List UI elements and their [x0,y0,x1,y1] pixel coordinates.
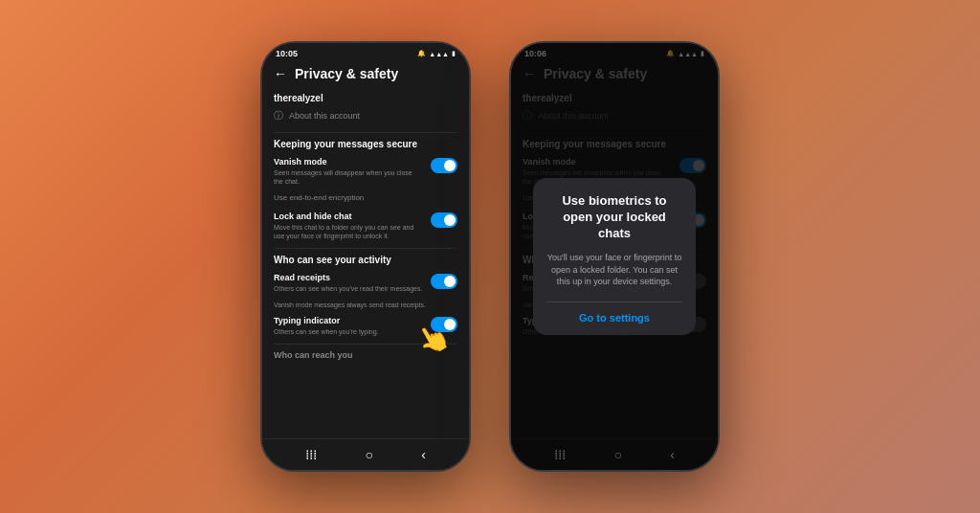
header-1: ← Privacy & safety [262,60,469,87]
phone-2: 10:06 🔔 ▲▲▲ ▮ ← Privacy & safety thereal… [509,41,720,472]
status-bar-1: 10:05 🔔 ▲▲▲ ▮ [262,43,469,60]
signal-icon: ▲▲▲ [429,51,449,57]
lock-hide-desc: Move this chat to a folder only you can … [274,223,423,240]
typing-indicator-desc: Others can see when you're typing. [274,327,423,336]
nav-apps-icon[interactable]: ⁞⁞⁞ [305,447,317,462]
biometrics-modal: Use biometrics to open your locked chats… [533,178,696,334]
read-receipts-name: Read receipts [274,273,423,282]
info-icon-1: ⓘ [274,109,283,123]
status-icons-1: 🔔 ▲▲▲ ▮ [417,50,456,57]
read-receipts-desc: Others can see when you've read their me… [274,284,423,293]
read-receipts-toggle[interactable] [431,274,457,289]
page-title-1: Privacy & safety [295,66,398,81]
account-row-1[interactable]: ⓘ About this account [274,109,457,123]
modal-body: You'll use your face or fingerprint to o… [546,252,682,288]
read-receipts-info: Read receipts Others can see when you've… [274,273,423,293]
e2e-link[interactable]: Use end-to-end encryption [274,193,457,202]
notification-icon: 🔔 [417,50,426,57]
username-1: therealyzel [274,93,457,103]
content-1: therealyzel ⓘ About this account Keeping… [262,87,469,438]
nav-bar-1: ⁞⁞⁞ ○ ‹ [262,438,469,470]
modal-overlay: Use biometrics to open your locked chats… [511,43,718,470]
read-receipts-knob [444,276,456,287]
go-to-settings-button[interactable]: Go to settings [546,312,682,323]
vanish-mode-info: Vanish mode Seen messages will disappear… [274,157,423,186]
nav-back-icon[interactable]: ‹ [421,447,426,462]
lock-hide-name: Lock and hide chat [274,212,423,221]
lock-hide-info: Lock and hide chat Move this chat to a f… [274,212,423,240]
vanish-mode-toggle[interactable] [431,158,457,173]
phone-1: 10:05 🔔 ▲▲▲ ▮ ← Privacy & safety thereal… [260,41,471,472]
lock-hide-toggle[interactable] [431,212,457,228]
vanish-mode-row: Vanish mode Seen messages will disappear… [274,157,457,186]
vanish-mode-name: Vanish mode [274,157,423,167]
typing-indicator-name: Typing indicator [274,316,423,325]
back-button-1[interactable]: ← [274,66,287,81]
phone-2-screen: 10:06 🔔 ▲▲▲ ▮ ← Privacy & safety thereal… [511,43,718,470]
phone-1-screen: 10:05 🔔 ▲▲▲ ▮ ← Privacy & safety thereal… [262,43,469,470]
divider-1 [274,132,457,133]
nav-home-icon[interactable]: ○ [365,447,372,462]
status-time-1: 10:05 [276,49,298,58]
battery-icon: ▮ [452,50,456,57]
account-label-1: About this account [289,111,360,121]
section-title-2: Who can see your activity [274,255,457,265]
vanish-mode-knob [444,160,456,171]
section-title-1: Keeping your messages secure [274,139,457,149]
modal-title: Use biometrics to open your locked chats [546,193,682,242]
typing-indicator-info: Typing indicator Others can see when you… [274,316,423,336]
divider-2 [274,248,457,249]
vanish-mode-desc: Seen messages will disappear when you cl… [274,168,423,186]
lock-hide-row: Lock and hide chat Move this chat to a f… [274,212,457,240]
read-receipts-row: Read receipts Others can see when you've… [274,273,457,293]
read-receipts-subtext: Vanish mode messages always send read re… [274,301,457,309]
lock-hide-knob [444,214,456,226]
modal-divider [546,301,682,302]
